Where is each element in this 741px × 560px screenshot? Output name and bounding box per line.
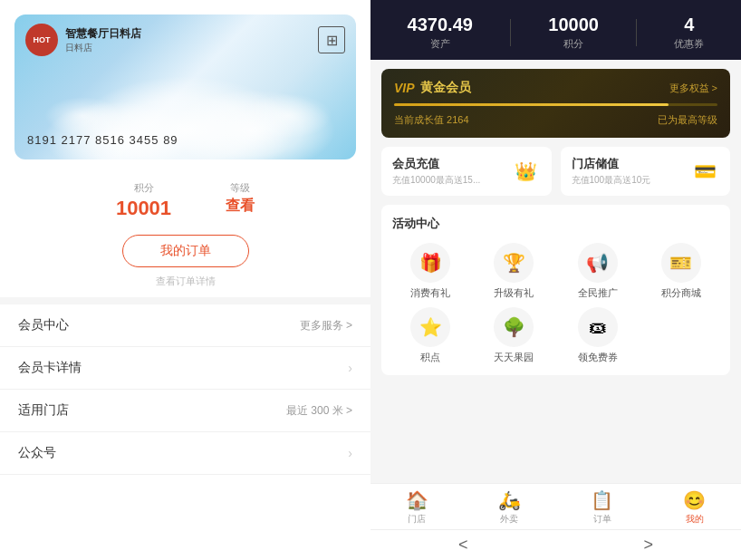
menu-item-label: 适用门店 bbox=[18, 402, 69, 419]
nav-label: 订单 bbox=[593, 513, 611, 526]
activity-grid-row2: ⭐ 积点 🌳 天天果园 🎟 领免费券 bbox=[392, 307, 719, 364]
menu-list: 会员中心 更多服务 > 会员卡详情 › 适用门店 最近 300 米 > 公众号 … bbox=[0, 304, 370, 560]
stat-value: 10000 bbox=[548, 14, 599, 35]
restaurant-name: 智慧餐厅日料店 bbox=[65, 26, 318, 42]
menu-item-card-detail[interactable]: 会员卡详情 › bbox=[0, 347, 370, 390]
menu-item-label: 公众号 bbox=[18, 445, 56, 461]
stat-label: 积分 bbox=[563, 37, 583, 51]
nav-label: 我的 bbox=[686, 513, 704, 526]
activity-empty bbox=[643, 307, 719, 364]
service-store-value[interactable]: 门店储值 充值100最高送10元 💳 bbox=[561, 147, 731, 196]
points-label: 积分 bbox=[134, 181, 154, 195]
points-row: 积分 10001 等级 查看 bbox=[0, 170, 370, 227]
vip-footer: 当前成长值 2164 已为最高等级 bbox=[394, 113, 717, 127]
vip-growth: 当前成长值 2164 bbox=[394, 113, 469, 127]
activity-consume-gift[interactable]: 🎁 消费有礼 bbox=[392, 243, 468, 300]
consume-gift-icon: 🎁 bbox=[410, 243, 450, 283]
forward-arrow[interactable]: > bbox=[643, 536, 653, 555]
nav-mine[interactable]: 😊 我的 bbox=[649, 489, 741, 526]
service-recharge[interactable]: 会员充值 充值10000最高送15... 👑 bbox=[381, 147, 552, 196]
points-icon: ⭐ bbox=[410, 307, 450, 347]
back-arrow[interactable]: < bbox=[458, 536, 468, 555]
delivery-icon: 🛵 bbox=[498, 489, 521, 511]
services-row: 会员充值 充值10000最高送15... 👑 门店储值 充值100最高送10元 … bbox=[381, 147, 730, 196]
level-label: 等级 bbox=[230, 181, 250, 195]
activity-upgrade-gift[interactable]: 🏆 升级有礼 bbox=[476, 243, 552, 300]
level-link[interactable]: 查看 bbox=[226, 197, 255, 216]
card-number: 8191 2177 8516 3455 89 bbox=[27, 133, 178, 147]
stat-value: 4370.49 bbox=[408, 14, 473, 35]
nav-store[interactable]: 🏠 门店 bbox=[370, 489, 463, 526]
activity-title: 活动中心 bbox=[392, 216, 719, 232]
activity-label: 积点 bbox=[420, 351, 440, 364]
service-desc: 充值100最高送10元 bbox=[572, 174, 651, 187]
activity-label: 领免费券 bbox=[578, 351, 618, 364]
divider bbox=[0, 297, 370, 304]
activity-points-mall[interactable]: 🎫 积分商城 bbox=[643, 243, 719, 300]
my-order-button[interactable]: 我的订单 bbox=[122, 235, 249, 267]
points-mall-icon: 🎫 bbox=[661, 243, 701, 283]
service-title: 会员充值 bbox=[392, 156, 480, 172]
vip-max-level: 已为最高等级 bbox=[658, 113, 717, 127]
points-value: 10001 bbox=[116, 197, 171, 220]
fruit-garden-icon: 🌳 bbox=[494, 307, 534, 347]
vip-header: VIP 黄金会员 更多权益 > bbox=[394, 80, 717, 96]
vip-progress-fill bbox=[394, 103, 669, 106]
upgrade-gift-icon: 🏆 bbox=[494, 243, 534, 283]
menu-item-right: 最近 300 米 > bbox=[286, 403, 352, 419]
activity-points[interactable]: ⭐ 积点 bbox=[392, 307, 468, 364]
vip-name: 黄金会员 bbox=[420, 80, 471, 96]
vip-badge: VIP bbox=[394, 81, 415, 95]
stat-assets: 4370.49 资产 bbox=[408, 14, 473, 51]
activity-free-coupon[interactable]: 🎟 领免费券 bbox=[560, 307, 636, 364]
order-detail-hint: 查看订单详情 bbox=[0, 275, 370, 288]
service-title: 门店储值 bbox=[572, 156, 651, 172]
stats-header: 4370.49 资产 10000 积分 4 优惠券 bbox=[370, 0, 741, 60]
nav-label: 外卖 bbox=[500, 513, 518, 526]
nav-order[interactable]: 📋 订单 bbox=[556, 489, 649, 526]
stat-divider bbox=[510, 19, 511, 46]
menu-item-membership-center[interactable]: 会员中心 更多服务 > bbox=[0, 304, 370, 347]
menu-item-right: › bbox=[344, 446, 352, 460]
card-header: HOT 智慧餐厅日料店 日料店 ⊞ bbox=[25, 24, 345, 56]
chevron-icon: › bbox=[348, 446, 352, 460]
membership-card: HOT 智慧餐厅日料店 日料店 ⊞ 8191 2177 8516 3455 89 bbox=[14, 14, 356, 159]
activity-grid-row1: 🎁 消费有礼 🏆 升级有礼 📢 全民推广 🎫 积分商城 bbox=[392, 243, 719, 300]
store-icon: 🏠 bbox=[406, 489, 428, 511]
menu-item-public-account[interactable]: 公众号 › bbox=[0, 432, 370, 475]
service-desc: 充值10000最高送15... bbox=[392, 174, 480, 187]
stat-points: 10000 积分 bbox=[548, 14, 599, 51]
menu-item-label: 会员中心 bbox=[18, 317, 69, 333]
vip-more-link[interactable]: 更多权益 > bbox=[669, 82, 717, 95]
menu-item-right: › bbox=[344, 361, 352, 375]
stat-label: 优惠券 bbox=[674, 37, 704, 51]
stat-label: 资产 bbox=[430, 37, 450, 51]
menu-item-applicable-stores[interactable]: 适用门店 最近 300 米 > bbox=[0, 390, 370, 432]
bottom-arrows: < > bbox=[370, 529, 741, 560]
nav-delivery[interactable]: 🛵 外卖 bbox=[463, 489, 555, 526]
activity-promotion[interactable]: 📢 全民推广 bbox=[560, 243, 636, 300]
order-icon: 📋 bbox=[591, 489, 613, 511]
chevron-icon: › bbox=[348, 361, 352, 375]
activity-fruit-garden[interactable]: 🌳 天天果园 bbox=[476, 307, 552, 364]
vip-title: VIP 黄金会员 bbox=[394, 80, 471, 96]
menu-item-right: 更多服务 > bbox=[300, 318, 352, 333]
activity-label: 全民推广 bbox=[578, 286, 618, 300]
activity-section: 活动中心 🎁 消费有礼 🏆 升级有礼 📢 全民推广 🎫 积分商城 ⭐ 积点 bbox=[381, 205, 730, 375]
crown-icon: 👑 bbox=[512, 157, 541, 186]
card-title-area: 智慧餐厅日料店 日料店 bbox=[65, 26, 318, 54]
restaurant-sub-name: 日料店 bbox=[65, 42, 318, 54]
bottom-nav: 🏠 门店 🛵 外卖 📋 订单 😊 我的 bbox=[370, 483, 741, 529]
card-logo: HOT bbox=[25, 24, 58, 56]
activity-label: 天天果园 bbox=[494, 351, 534, 364]
nav-label: 门店 bbox=[408, 513, 426, 526]
promotion-icon: 📢 bbox=[578, 243, 618, 283]
mine-icon: 😊 bbox=[683, 489, 706, 511]
left-panel: HOT 智慧餐厅日料店 日料店 ⊞ 8191 2177 8516 3455 89… bbox=[0, 0, 370, 560]
qr-code-icon[interactable]: ⊞ bbox=[318, 26, 345, 53]
activity-label: 消费有礼 bbox=[410, 286, 450, 300]
free-coupon-icon: 🎟 bbox=[578, 307, 618, 347]
activity-label: 积分商城 bbox=[661, 286, 701, 300]
vip-card: VIP 黄金会员 更多权益 > 当前成长值 2164 已为最高等级 bbox=[381, 69, 730, 138]
activity-label: 升级有礼 bbox=[494, 286, 534, 300]
